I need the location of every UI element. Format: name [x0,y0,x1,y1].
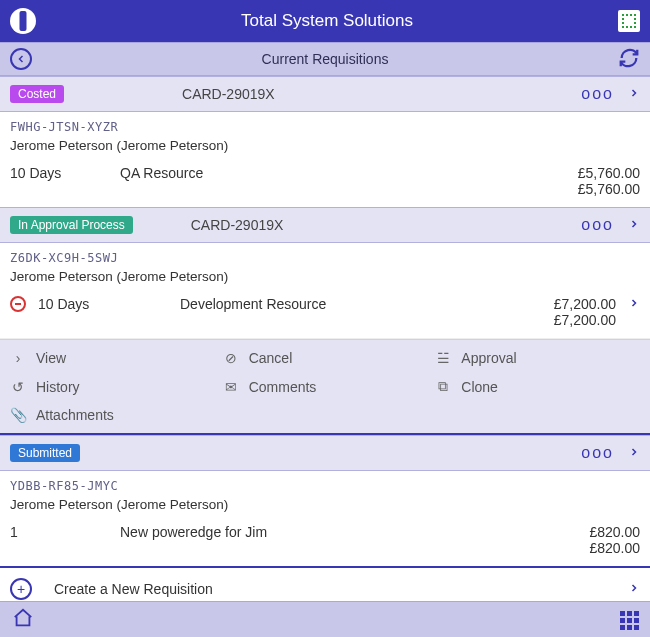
more-icon[interactable]: ooo [581,444,614,462]
line-amount-2: £5,760.00 [578,181,640,197]
line-qty: 1 [10,524,120,540]
action-view[interactable]: ›View [10,346,215,370]
status-badge: Submitted [10,444,80,462]
action-comments[interactable]: ✉Comments [223,374,428,399]
attachment-icon: 📎 [10,407,26,423]
line-amount-2: £820.00 [589,540,640,556]
page-title: Current Requisitions [262,51,389,67]
app-header: Total System Solutions [0,0,650,42]
action-label: Clone [461,379,498,395]
line-row: 10 Days QA Resource £5,760.00 £5,760.00 [0,157,650,207]
history-icon: ↺ [10,379,26,395]
group-person: Jerome Peterson (Jerome Peterson) [10,134,640,153]
group-code: Z6DK-XC9H-5SWJ [10,251,640,265]
action-clone[interactable]: ⧉Clone [435,374,640,399]
app-logo [10,8,36,34]
action-panel: ›View ⊘Cancel ☱Approval ↺History ✉Commen… [0,339,650,435]
grid-menu-icon[interactable] [618,10,640,32]
action-label: Cancel [249,350,293,366]
action-cancel[interactable]: ⊘Cancel [223,346,428,370]
comments-icon: ✉ [223,379,239,395]
group-ref: CARD-29019X [141,217,582,233]
line-desc: QA Resource [120,165,550,181]
bottom-actions: + Create a New Requisition × Show Closed… [0,566,650,601]
action-label: Comments [249,379,317,395]
line-qty-col: 10 Days [10,296,120,312]
action-label: History [36,379,80,395]
refresh-button[interactable] [618,47,640,72]
cancel-icon: ⊘ [223,350,239,366]
footer [0,601,650,637]
more-icon[interactable]: ooo [581,216,614,234]
group-header[interactable]: Costed CARD-29019X ooo [0,76,650,112]
chevron-right-icon[interactable] [628,445,640,462]
line-amount-1: £5,760.00 [578,165,640,181]
line-amount-1: £820.00 [589,524,640,540]
group-meta: Z6DK-XC9H-5SWJ Jerome Peterson (Jerome P… [0,243,650,288]
action-attachments[interactable]: 📎Attachments [10,403,640,427]
line-qty: 10 Days [38,296,89,312]
line-amount-2: £7,200.00 [554,312,616,328]
group-person: Jerome Peterson (Jerome Peterson) [10,265,640,284]
chevron-right-icon[interactable] [628,217,640,234]
app-grid-icon[interactable] [620,611,638,629]
create-requisition-button[interactable]: + Create a New Requisition [0,566,650,601]
status-badge: Costed [10,85,64,103]
status-badge: In Approval Process [10,216,133,234]
action-label: Approval [461,350,516,366]
content-area: Costed CARD-29019X ooo FWHG-JTSN-XYZR Je… [0,76,650,601]
group-code: FWHG-JTSN-XYZR [10,120,640,134]
line-amount-1: £7,200.00 [554,296,616,312]
approval-icon: ☱ [435,350,451,366]
line-qty: 10 Days [10,165,120,181]
action-label: View [36,350,66,366]
action-label: Attachments [36,407,114,423]
group-header[interactable]: Submitted ooo [0,435,650,471]
action-approval[interactable]: ☱Approval [435,346,640,370]
group-ref: CARD-29019X [72,86,581,102]
group-header[interactable]: In Approval Process CARD-29019X ooo [0,207,650,243]
line-desc: New poweredge for Jim [120,524,550,540]
line-desc: Development Resource [120,296,526,312]
group-code: YDBB-RF85-JMYC [10,479,640,493]
action-history[interactable]: ↺History [10,374,215,399]
plus-icon: + [10,578,32,600]
page-subheader: Current Requisitions [0,42,650,76]
clone-icon: ⧉ [435,378,451,395]
app-title: Total System Solutions [241,11,413,31]
group-meta: YDBB-RF85-JMYC Jerome Peterson (Jerome P… [0,471,650,516]
home-icon[interactable] [12,607,34,632]
line-row[interactable]: 10 Days Development Resource £7,200.00 £… [0,288,650,339]
chevron-right-icon[interactable] [628,296,640,310]
chevron-right-icon [628,581,640,598]
group-meta: FWHG-JTSN-XYZR Jerome Peterson (Jerome P… [0,112,650,157]
chevron-right-icon[interactable] [628,86,640,103]
group-person: Jerome Peterson (Jerome Peterson) [10,493,640,512]
more-icon[interactable]: ooo [581,85,614,103]
chevron-right-icon: › [10,350,26,366]
line-row: 1 New poweredge for Jim £820.00 £820.00 [0,516,650,566]
back-button[interactable] [10,48,32,70]
remove-icon[interactable] [10,296,26,312]
bottom-label: Create a New Requisition [54,581,628,597]
